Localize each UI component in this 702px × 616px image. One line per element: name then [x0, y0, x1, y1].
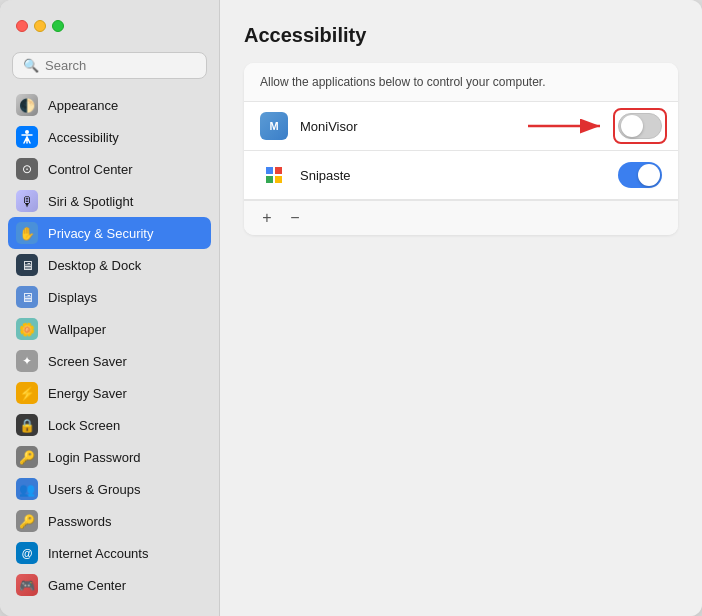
snipaste-toggle[interactable]	[618, 162, 662, 188]
sidebar-item-displays[interactable]: 🖥 Displays	[8, 281, 211, 313]
sidebar-item-passwords[interactable]: 🔑 Passwords	[8, 505, 211, 537]
titlebar	[0, 0, 219, 52]
monivisor-app-icon: M	[260, 112, 288, 140]
search-box[interactable]: 🔍	[12, 52, 207, 79]
arrow-annotation	[528, 111, 608, 141]
main-content: Accessibility Allow the applications bel…	[220, 0, 702, 616]
sidebar-item-internet-accounts[interactable]: @ Internet Accounts	[8, 537, 211, 569]
sidebar-label-accessibility: Accessibility	[48, 130, 119, 145]
svg-point-0	[25, 130, 29, 134]
traffic-lights	[16, 20, 64, 32]
sidebar-item-users-groups[interactable]: 👥 Users & Groups	[8, 473, 211, 505]
sidebar-label-internet-accounts: Internet Accounts	[48, 546, 148, 561]
snipaste-toggle-knob	[638, 164, 660, 186]
sidebar-item-login-password[interactable]: 🔑 Login Password	[8, 441, 211, 473]
sidebar-item-accessibility[interactable]: Accessibility	[8, 121, 211, 153]
sidebar-item-desktop-dock[interactable]: 🖥 Desktop & Dock	[8, 249, 211, 281]
sidebar-item-energy-saver[interactable]: ⚡ Energy Saver	[8, 377, 211, 409]
minimize-button[interactable]	[34, 20, 46, 32]
monivisor-toggle[interactable]	[618, 113, 662, 139]
accessibility-icon	[16, 126, 38, 148]
game-center-icon: 🎮	[16, 574, 38, 596]
siri-icon: 🎙	[16, 190, 38, 212]
sidebar-label-lock-screen: Lock Screen	[48, 418, 120, 433]
sidebar-label-energy-saver: Energy Saver	[48, 386, 127, 401]
privacy-icon: ✋	[16, 222, 38, 244]
sidebar-label-displays: Displays	[48, 290, 97, 305]
passwords-icon: 🔑	[16, 510, 38, 532]
wallpaper-icon: 🌼	[16, 318, 38, 340]
sidebar-label-privacy: Privacy & Security	[48, 226, 153, 241]
search-icon: 🔍	[23, 58, 39, 73]
users-groups-icon: 👥	[16, 478, 38, 500]
add-app-button[interactable]: +	[256, 207, 278, 229]
sidebar-label-screen-saver: Screen Saver	[48, 354, 127, 369]
snipaste-app-icon	[260, 161, 288, 189]
search-input[interactable]	[45, 58, 196, 73]
sidebar: 🔍 🌓 Appearance Accessibility ⊙ Control C…	[0, 0, 220, 616]
desktop-dock-icon: 🖥	[16, 254, 38, 276]
svg-rect-6	[275, 176, 282, 183]
sidebar-label-control-center: Control Center	[48, 162, 133, 177]
sidebar-item-siri[interactable]: 🎙 Siri & Spotlight	[8, 185, 211, 217]
sidebar-label-desktop-dock: Desktop & Dock	[48, 258, 141, 273]
app-row-monivisor: M MoniVisor	[244, 102, 678, 151]
sidebar-label-siri: Siri & Spotlight	[48, 194, 133, 209]
sidebar-label-users-groups: Users & Groups	[48, 482, 140, 497]
monivisor-toggle-container	[618, 113, 662, 139]
maximize-button[interactable]	[52, 20, 64, 32]
card-footer: + −	[244, 200, 678, 235]
svg-rect-5	[266, 176, 273, 183]
sidebar-label-login-password: Login Password	[48, 450, 141, 465]
card-description: Allow the applications below to control …	[244, 63, 678, 102]
sidebar-label-game-center: Game Center	[48, 578, 126, 593]
login-password-icon: 🔑	[16, 446, 38, 468]
sidebar-item-control-center[interactable]: ⊙ Control Center	[8, 153, 211, 185]
sidebar-label-appearance: Appearance	[48, 98, 118, 113]
sidebar-item-privacy[interactable]: ✋ Privacy & Security	[8, 217, 211, 249]
accessibility-card: Allow the applications below to control …	[244, 63, 678, 235]
appearance-icon: 🌓	[16, 94, 38, 116]
energy-saver-icon: ⚡	[16, 382, 38, 404]
sidebar-label-wallpaper: Wallpaper	[48, 322, 106, 337]
sidebar-item-wallpaper[interactable]: 🌼 Wallpaper	[8, 313, 211, 345]
screen-saver-icon: ✦	[16, 350, 38, 372]
displays-icon: 🖥	[16, 286, 38, 308]
lock-screen-icon: 🔒	[16, 414, 38, 436]
sidebar-item-lock-screen[interactable]: 🔒 Lock Screen	[8, 409, 211, 441]
page-title: Accessibility	[244, 24, 678, 47]
control-center-icon: ⊙	[16, 158, 38, 180]
svg-rect-3	[266, 167, 273, 174]
sidebar-label-passwords: Passwords	[48, 514, 112, 529]
sidebar-item-game-center[interactable]: 🎮 Game Center	[8, 569, 211, 601]
monivisor-toggle-knob	[621, 115, 643, 137]
svg-rect-4	[275, 167, 282, 174]
sidebar-items-list: 🌓 Appearance Accessibility ⊙ Control Cen…	[0, 89, 219, 616]
internet-accounts-icon: @	[16, 542, 38, 564]
sidebar-item-appearance[interactable]: 🌓 Appearance	[8, 89, 211, 121]
app-row-snipaste: Snipaste	[244, 151, 678, 200]
close-button[interactable]	[16, 20, 28, 32]
snipaste-app-name: Snipaste	[300, 168, 606, 183]
remove-app-button[interactable]: −	[284, 207, 306, 229]
sidebar-item-screen-saver[interactable]: ✦ Screen Saver	[8, 345, 211, 377]
